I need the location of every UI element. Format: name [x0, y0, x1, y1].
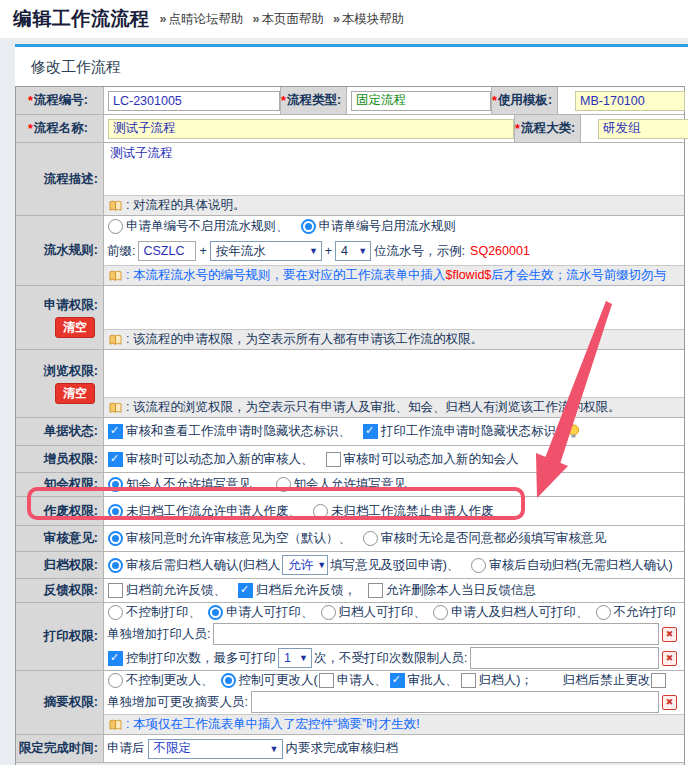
row-summary-permission: 摘要权限: 不控制更改人、 控制可更改人( 申请人、 审批人、 归档人)； 归档…: [16, 670, 684, 734]
serial-period-select[interactable]: 按年流水▼: [210, 241, 322, 261]
radio-off-icon[interactable]: [313, 504, 328, 519]
serial-enable-option[interactable]: 申请单编号启用流水规则: [300, 218, 457, 235]
process-name-label: * 流程名称:: [16, 115, 104, 142]
required-mark: *: [515, 122, 520, 136]
radio-off-icon[interactable]: [471, 558, 486, 573]
browse-clear-button[interactable]: 清空: [55, 383, 95, 404]
print-count-select[interactable]: 1▼: [278, 648, 312, 668]
browse-permission-hint: : 该流程的浏览权限，为空表示只有申请人及审批、知会、归档人有浏览该工作流的权限…: [104, 397, 684, 417]
checkbox-checked-icon[interactable]: [238, 583, 253, 598]
summary-approver-option[interactable]: 审批人、: [389, 672, 458, 689]
checkbox-unchecked-icon[interactable]: [326, 452, 341, 467]
notify-permission-label: 知会权限:: [16, 473, 104, 496]
radio-off-icon[interactable]: [363, 531, 378, 546]
serial-rule-label: 流水规则:: [16, 216, 104, 285]
checkbox-checked-icon[interactable]: [390, 673, 405, 688]
print-add-people-input[interactable]: [213, 623, 659, 645]
radio-on-icon[interactable]: [221, 673, 236, 688]
lightbulb-icon[interactable]: [567, 424, 580, 439]
feedback-delete-option[interactable]: 允许删除本人当日反馈信息: [367, 582, 536, 599]
checkbox-unchecked-icon[interactable]: [651, 673, 666, 688]
serial-digits-select[interactable]: 4▼: [335, 241, 371, 261]
template-input[interactable]: [575, 91, 685, 111]
breadcrumb-module-help[interactable]: » 本模块帮助: [333, 11, 404, 28]
notify-allow-comment-option[interactable]: 知会人允许填写意见: [275, 476, 407, 493]
summary-add-people-input[interactable]: [251, 691, 659, 713]
feedback-before-archive-option[interactable]: 归档前允许反馈、: [107, 582, 226, 599]
process-number-input[interactable]: [108, 91, 280, 111]
archive-confirm-option[interactable]: 审核后需归档人确认(归档人: [107, 557, 280, 574]
notify-no-comment-option[interactable]: 知会人不允许填写意见、: [107, 476, 264, 493]
checkbox-unchecked-icon[interactable]: [368, 583, 383, 598]
print-unlimited-people-input[interactable]: [470, 647, 659, 669]
clear-field-icon[interactable]: ✖: [662, 695, 677, 710]
checkbox-unchecked-icon[interactable]: [461, 673, 476, 688]
summary-hint: : 本项仅在工作流表单中插入了宏控件“摘要”时才生效!: [104, 714, 684, 734]
radio-off-icon[interactable]: [108, 673, 123, 688]
process-name-input[interactable]: [108, 119, 514, 139]
chevron-down-icon: ▼: [309, 246, 318, 256]
checkbox-checked-icon[interactable]: [363, 424, 378, 439]
apply-clear-button[interactable]: 清空: [55, 317, 95, 338]
print-archiver-option[interactable]: 归档人可打印、: [320, 604, 427, 621]
checkbox-unchecked-icon[interactable]: [319, 673, 334, 688]
breadcrumb-forum-help[interactable]: » 点晴论坛帮助: [160, 11, 244, 28]
print-uncontrolled-option[interactable]: 不控制打印、: [107, 604, 201, 621]
review-required-option[interactable]: 审核时无论是否同意都必须填写审核意见: [362, 530, 606, 547]
radio-on-icon[interactable]: [208, 605, 223, 620]
cancel-forbid-option[interactable]: 未归档工作流禁止申请人作废: [312, 503, 494, 520]
breadcrumb-separator-icon: »: [160, 12, 167, 26]
cancel-allow-option[interactable]: 未归档工作流允许申请人作废、: [107, 503, 301, 520]
radio-on-icon[interactable]: [108, 558, 123, 573]
description-textarea[interactable]: 测试子流程: [104, 143, 684, 195]
print-applicant-option[interactable]: 申请人可打印、: [207, 604, 314, 621]
clear-field-icon[interactable]: ✖: [662, 651, 677, 666]
print-permission-label: 打印权限:: [16, 603, 104, 670]
add-notified-option[interactable]: 审核时可以动态加入新的知会人: [325, 451, 519, 468]
apply-permission-hint: : 该流程的申请权限，为空表示所有人都有申请该工作流的权限。: [104, 329, 684, 349]
radio-off-icon[interactable]: [433, 605, 448, 620]
description-hint: : 对流程的具体说明。: [104, 195, 684, 215]
summary-uncontrolled-option[interactable]: 不控制更改人、: [107, 672, 214, 689]
apply-permission-area[interactable]: [104, 286, 684, 329]
summary-archiver-option[interactable]: 归档人)；: [460, 672, 533, 689]
print-forbid-option[interactable]: 不允许打印: [595, 604, 677, 621]
checkbox-unchecked-icon[interactable]: [108, 583, 123, 598]
radio-off-icon[interactable]: [596, 605, 611, 620]
radio-off-icon[interactable]: [108, 219, 123, 234]
add-reviewer-option[interactable]: 审核时可以动态加入新的审核人、: [107, 451, 314, 468]
radio-off-icon[interactable]: [276, 477, 291, 492]
row-serial-rule: 流水规则: 申请单编号不启用流水规则、 申请单编号启用流水规则 前缀: + 按年…: [16, 215, 684, 285]
archive-comment-select[interactable]: 允许▼: [282, 555, 328, 575]
radio-on-icon[interactable]: [301, 219, 316, 234]
radio-on-icon[interactable]: [108, 504, 123, 519]
print-both-option[interactable]: 申请人及归档人可打印、: [432, 604, 589, 621]
radio-off-icon[interactable]: [321, 605, 336, 620]
print-count-option[interactable]: 控制打印次数，最多可打印: [107, 650, 276, 667]
checkbox-checked-icon[interactable]: [108, 452, 123, 467]
serial-disable-option[interactable]: 申请单编号不启用流水规则、: [107, 218, 289, 235]
archive-auto-option[interactable]: 审核后自动归档(无需归档人确认): [470, 557, 672, 574]
checkbox-checked-icon[interactable]: [108, 651, 123, 666]
category-input[interactable]: [598, 119, 688, 139]
row-document-status: 单据状态: 审核和查看工作流申请时隐藏状态标识、 打印工作流申请时隐藏状态标识: [16, 417, 684, 445]
summary-controlled-option[interactable]: 控制可更改人(: [220, 672, 318, 689]
hide-status-review-option[interactable]: 审核和查看工作流申请时隐藏状态标识、: [107, 423, 351, 440]
checkbox-checked-icon[interactable]: [108, 424, 123, 439]
clear-field-icon[interactable]: ✖: [662, 627, 677, 642]
radio-off-icon[interactable]: [108, 605, 123, 620]
review-empty-allowed-option[interactable]: 审核同意时允许审核意见为空（默认）、: [107, 530, 351, 547]
deadline-select[interactable]: 不限定▼: [148, 739, 283, 759]
chevron-down-icon: ▼: [299, 653, 308, 663]
feedback-after-archive-option[interactable]: 归档后允许反馈，: [237, 582, 356, 599]
radio-on-icon[interactable]: [108, 531, 123, 546]
radio-on-icon[interactable]: [108, 477, 123, 492]
browse-permission-area[interactable]: [104, 350, 684, 397]
summary-applicant-option[interactable]: 申请人、: [318, 672, 387, 689]
help-book-icon: [109, 200, 122, 212]
template-label: * 使用模板:: [491, 87, 557, 114]
hide-status-print-option[interactable]: 打印工作流申请时隐藏状态标识: [362, 423, 556, 440]
summary-lock-after-archive-option[interactable]: 归档后禁止更改: [563, 672, 670, 689]
prefix-input[interactable]: [138, 241, 196, 261]
breadcrumb-page-help[interactable]: » 本页面帮助: [252, 11, 323, 28]
